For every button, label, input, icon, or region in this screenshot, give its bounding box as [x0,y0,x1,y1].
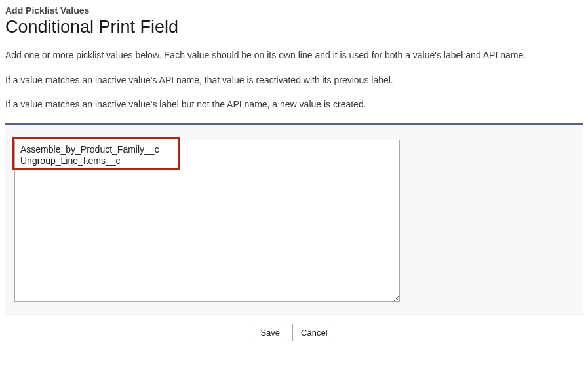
textarea-wrap [14,140,400,305]
description-block: Add one or more picklist values below. E… [5,49,583,111]
description-line-1: Add one or more picklist values below. E… [5,49,583,62]
page-header: Add Picklist Values Conditional Print Fi… [5,5,583,37]
page-subtitle: Add Picklist Values [5,5,583,16]
button-row: Save Cancel [5,314,583,341]
cancel-button[interactable]: Cancel [292,324,336,341]
picklist-values-textarea[interactable] [14,140,400,302]
description-line-2: If a value matches an inactive value's A… [5,74,583,87]
save-button[interactable]: Save [252,324,288,341]
page-title: Conditional Print Field [5,17,583,37]
description-line-3: If a value matches an inactive value's l… [5,98,583,111]
form-section [5,123,583,314]
